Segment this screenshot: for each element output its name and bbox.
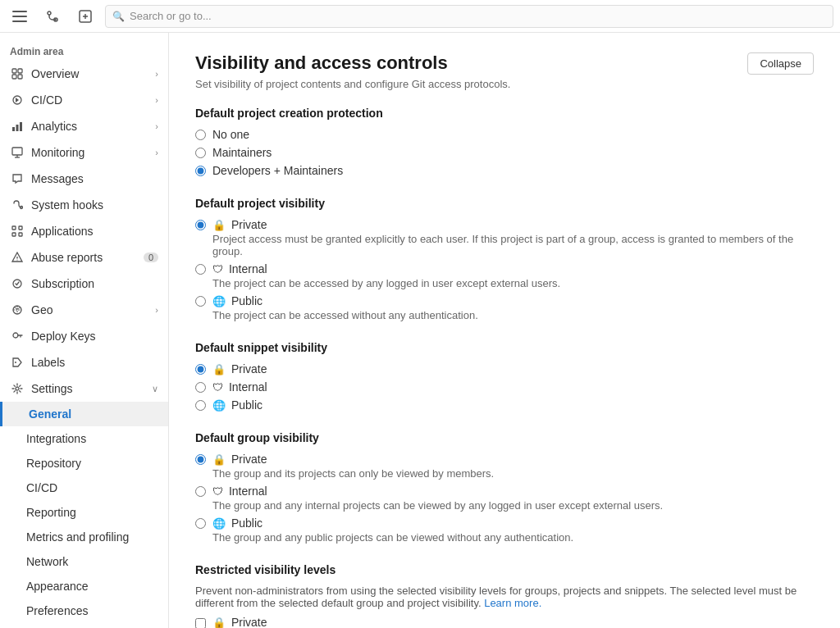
radio-label-maintainers[interactable]: Maintainers	[212, 146, 272, 159]
sidebar-sub-item-reporting[interactable]: Reporting	[0, 500, 168, 525]
radio-snip-private[interactable]	[195, 364, 206, 375]
radio-label[interactable]: 🌐 Public	[212, 517, 573, 530]
monitoring-icon	[10, 145, 25, 160]
learn-more-link[interactable]: Learn more.	[484, 597, 541, 609]
sidebar-item-label: CI/CD	[31, 93, 62, 107]
radio-label-group: 🛡 Internal The group and any internal pr…	[212, 485, 663, 512]
page-header: Visibility and access controls Collapse	[195, 52, 814, 75]
svg-rect-2	[12, 20, 27, 22]
sidebar-sub-item-integrations[interactable]: Integrations	[0, 426, 168, 451]
radio-label-group: 🌐 Public The group and any public projec…	[212, 517, 573, 544]
sidebar-sub-item-repository[interactable]: Repository	[0, 451, 168, 476]
chevron-icon: ›	[155, 95, 158, 105]
sidebar-sub-item-label: Appearance	[26, 580, 89, 593]
radio-dev-maintainers[interactable]	[195, 166, 206, 176]
radio-item-grp-public: 🌐 Public The group and any public projec…	[195, 517, 814, 544]
sidebar-item-label: System hooks	[31, 198, 103, 212]
search-box[interactable]: 🔍 Search or go to...	[105, 5, 833, 28]
radio-snip-internal[interactable]	[195, 382, 206, 393]
sidebar-item-label: Messages	[31, 172, 84, 185]
collapse-button[interactable]: Collapse	[747, 52, 814, 75]
radio-label-group: 🔒 Private Project access must be granted…	[212, 218, 814, 257]
svg-point-29	[15, 362, 16, 363]
radio-item-dev-maintainers: Developers + Maintainers	[195, 164, 814, 177]
radio-desc: The group and its projects can only be v…	[212, 467, 494, 480]
radio-label[interactable]: 🔒 Private	[212, 218, 814, 231]
section-project-visibility: Default project visibility 🔒 Private Pro…	[195, 197, 814, 321]
sidebar-item-applications[interactable]: Applications	[0, 218, 168, 244]
radio-item-grp-private: 🔒 Private The group and its projects can…	[195, 453, 814, 480]
subscription-icon	[10, 276, 25, 291]
sidebar-sub-item-appearance[interactable]: Appearance	[0, 574, 168, 598]
svg-rect-8	[12, 69, 16, 73]
sidebar-sub-item-network[interactable]: Network	[0, 549, 168, 574]
checkbox-label[interactable]: 🔒 Private	[212, 616, 626, 628]
sidebar-item-messages[interactable]: Messages	[0, 166, 168, 192]
sidebar-item-label: Abuse reports	[31, 251, 103, 264]
sidebar-item-abuse-reports[interactable]: Abuse reports 0	[0, 244, 168, 271]
sidebar-item-label: Labels	[31, 356, 65, 369]
sidebar-sub-item-general[interactable]: General	[0, 402, 168, 426]
sidebar-sub-item-metrics[interactable]: Metrics and profiling	[0, 525, 168, 549]
sidebar-sub-item-preferences[interactable]: Preferences	[0, 598, 168, 623]
sidebar-sub-item-label: General	[29, 407, 71, 421]
radio-label[interactable]: 🛡 Internal	[212, 380, 267, 394]
radio-label[interactable]: 🛡 Internal	[212, 485, 663, 498]
chevron-icon: ›	[155, 121, 158, 131]
page-title: Visibility and access controls	[195, 52, 448, 74]
checkbox-res-private[interactable]	[195, 618, 206, 628]
radio-item-proj-public: 🌐 Public The project can be accessed wit…	[195, 294, 814, 321]
sidebar-section-title: Admin area	[0, 39, 168, 61]
sidebar-item-deploy-keys[interactable]: Deploy Keys	[0, 323, 168, 349]
radio-proj-private[interactable]	[195, 220, 206, 230]
sidebar-item-cicd[interactable]: CI/CD ›	[0, 87, 168, 113]
radio-label-group: 🛡 Internal The project can be accessed b…	[212, 262, 560, 289]
svg-rect-10	[12, 75, 16, 79]
radio-grp-public[interactable]	[195, 518, 206, 529]
sidebar-item-monitoring[interactable]: Monitoring ›	[0, 139, 168, 166]
radio-label[interactable]: 🔒 Private	[212, 362, 267, 375]
svg-rect-23	[19, 233, 22, 236]
radio-desc: Project access must be granted explicitl…	[212, 233, 814, 257]
radio-no-one[interactable]	[195, 130, 206, 140]
radio-item-snip-internal: 🛡 Internal	[195, 380, 814, 394]
radio-proj-public[interactable]	[195, 296, 206, 307]
sidebar-item-overview[interactable]: Overview ›	[0, 61, 168, 87]
sidebar-item-settings[interactable]: Settings ∨	[0, 375, 168, 402]
issues-icon[interactable]	[72, 3, 98, 30]
radio-grp-private[interactable]	[195, 454, 206, 465]
sidebar-item-system-hooks[interactable]: System hooks	[0, 192, 168, 218]
sidebar-item-analytics[interactable]: Analytics ›	[0, 113, 168, 139]
radio-label[interactable]: 🛡 Internal	[212, 262, 560, 275]
page-subtitle: Set visibility of project contents and c…	[195, 78, 814, 90]
radio-item-grp-internal: 🛡 Internal The group and any internal pr…	[195, 485, 814, 512]
radio-item-no-one: No one	[195, 128, 814, 141]
radio-label[interactable]: 🌐 Public	[212, 294, 478, 307]
chevron-icon: ›	[155, 305, 158, 315]
sidebar-item-geo[interactable]: Geo ›	[0, 297, 168, 323]
sidebar-item-labels[interactable]: Labels	[0, 349, 168, 375]
merge-request-icon[interactable]	[39, 3, 66, 30]
deploy-keys-icon	[10, 329, 25, 344]
sidebar-item-label: Applications	[31, 225, 94, 238]
sidebar-item-label: Overview	[31, 67, 79, 80]
radio-group-group-visibility: 🔒 Private The group and its projects can…	[195, 453, 814, 544]
checkbox-label-group: 🔒 Private If selected, only administrato…	[212, 616, 626, 628]
radio-snip-public[interactable]	[195, 400, 206, 411]
sidebar-sub-item-cicd[interactable]: CI/CD	[0, 476, 168, 500]
sidebar-item-subscription[interactable]: Subscription	[0, 271, 168, 297]
radio-label[interactable]: 🌐 Public	[212, 398, 262, 412]
radio-maintainers[interactable]	[195, 148, 206, 158]
sidebar-toggle-icon[interactable]	[7, 3, 33, 30]
radio-label-group: 🌐 Public The project can be accessed wit…	[212, 294, 478, 321]
radio-label[interactable]: 🔒 Private	[212, 453, 494, 466]
svg-point-30	[16, 387, 19, 390]
radio-label-no-one[interactable]: No one	[212, 128, 249, 141]
cicd-icon	[10, 93, 25, 107]
section-title: Restricted visibility levels	[195, 563, 814, 576]
radio-proj-internal[interactable]	[195, 264, 206, 275]
radio-item-proj-private: 🔒 Private Project access must be granted…	[195, 218, 814, 257]
radio-grp-internal[interactable]	[195, 486, 206, 497]
radio-label-dev-maintainers[interactable]: Developers + Maintainers	[212, 164, 343, 177]
svg-point-25	[16, 259, 17, 260]
